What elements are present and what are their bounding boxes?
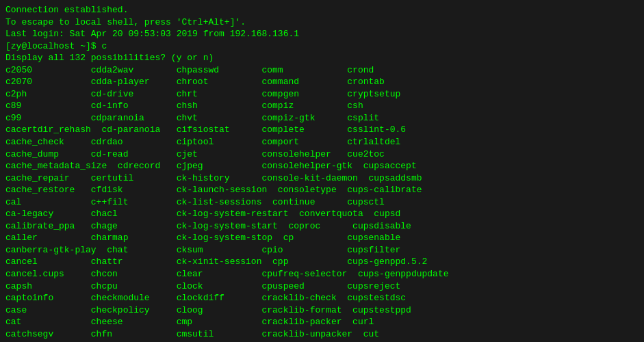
terminal-line: cacertdir_rehash cd-paranoia cifsiostat …	[5, 124, 639, 136]
terminal-line: cat cheese cmp cracklib-packer curl	[5, 316, 639, 328]
terminal-line: c2050 cdda2wav chpasswd comm crond	[5, 64, 639, 77]
terminal-line: c2070 cdda-player chroot command crontab	[5, 76, 639, 88]
terminal-line: Last login: Sat Apr 20 09:53:03 2019 fro…	[5, 28, 639, 40]
terminal-line: cache_restore cfdisk ck-launch-session c…	[5, 184, 639, 196]
terminal-line: captoinfo checkmodule clockdiff cracklib…	[5, 292, 639, 304]
terminal-line: calibrate_ppa chage ck-log-system-start …	[5, 220, 639, 233]
terminal-line: Display all 132 possibilities? (y or n)	[5, 52, 639, 64]
terminal-line: cancel.cups chcon clear cpufreq-selector…	[5, 268, 639, 280]
terminal-line: case checkpolicy cloog cracklib-format c…	[5, 304, 639, 317]
terminal-line: ca-legacy chacl ck-log-system-restart co…	[5, 208, 639, 220]
terminal-line: To escape to local shell, press 'Ctrl+Al…	[5, 16, 639, 29]
terminal-line: [zy@localhost ~]$ c	[5, 40, 639, 53]
terminal-window[interactable]: Connection established.To escape to loca…	[0, 0, 644, 342]
terminal-line: c99 cdparanoia chvt compiz-gtk csplit	[5, 112, 639, 124]
terminal-line: c2ph cd-drive chrt compgen cryptsetup	[5, 88, 639, 101]
terminal-line: cancel chattr ck-xinit-session cpp cups-…	[5, 256, 639, 268]
terminal-line: cal c++filt ck-list-sessions continue cu…	[5, 196, 639, 209]
terminal-line: Connection established.	[5, 4, 639, 16]
terminal-line: c89 cd-info chsh compiz csh	[5, 100, 639, 112]
terminal-line: cache_repair certutil ck-history console…	[5, 172, 639, 185]
terminal-line: cache_metadata_size cdrecord cjpeg conso…	[5, 160, 639, 172]
terminal-line: cache_dump cd-read cjet consolehelper cu…	[5, 148, 639, 161]
terminal-line: canberra-gtk-play chat cksum cpio cupsfi…	[5, 244, 639, 256]
terminal-line: capsh chcpu clock cpuspeed cupsreject	[5, 280, 639, 293]
terminal-line: cache_check cdrdao ciptool comport ctrla…	[5, 136, 639, 148]
terminal-line: catchsegv chfn cmsutil cracklib-unpacker…	[5, 328, 639, 341]
terminal-line: caller charmap ck-log-system-stop cp cup…	[5, 232, 639, 244]
